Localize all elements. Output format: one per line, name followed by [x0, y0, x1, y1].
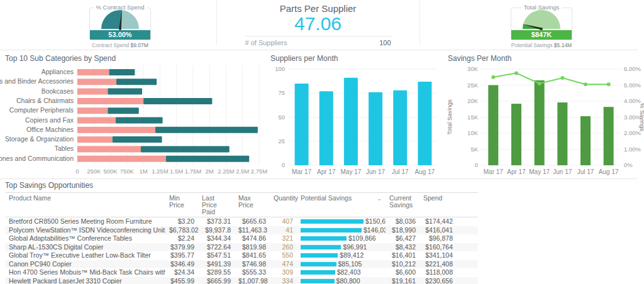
chevron-down-icon[interactable]: ⌄ [377, 195, 382, 202]
y-tick-label-left: 30K [467, 65, 479, 72]
column-header[interactable]: Last Price Paid [198, 193, 235, 217]
bar-segment-1[interactable] [77, 79, 116, 85]
x-tick-label: Mar 17 [292, 168, 312, 175]
cell-spend: $118,008 [419, 268, 457, 277]
suppliers-count-label: # of Suppliers [245, 39, 287, 46]
savings-bar[interactable] [511, 104, 521, 165]
category-label: Copiers and Fax [25, 116, 74, 124]
column-header[interactable]: Current Savings [386, 193, 419, 210]
y-tick-label: 0 [282, 161, 285, 168]
potential-savings-bar[interactable] [301, 245, 341, 249]
line-marker[interactable] [584, 82, 587, 86]
table-row[interactable]: Global Troy™ Executive Leather Low-Back … [5, 251, 478, 260]
cell-potential-savings: $85,105 [297, 260, 386, 269]
potential-savings-bar[interactable] [301, 270, 335, 275]
column-header[interactable]: Max Price [235, 193, 270, 210]
supplier-bar[interactable] [344, 78, 358, 165]
total-savings-gauge-card: Total Savings $847K Potential Savings $5… [511, 8, 572, 40]
x-tick-label: Jul 17 [577, 168, 594, 175]
savings-bar[interactable] [604, 107, 614, 165]
y-tick-label: 100 [275, 65, 285, 72]
potential-savings-bar[interactable] [301, 279, 335, 283]
bar-segment-2[interactable] [108, 89, 142, 95]
bar-segment-1[interactable] [77, 107, 108, 114]
y-tick-label-left: 25K [467, 82, 479, 89]
supplier-bar[interactable] [369, 92, 382, 165]
bar-segment-2[interactable] [109, 69, 135, 75]
bar-segment-2[interactable] [141, 146, 230, 152]
line-marker[interactable] [560, 76, 564, 80]
suppliers-chart[interactable]: 0255075100Mar 17Apr 17May 17Jun 17Jul 17… [270, 60, 441, 177]
supplier-bar[interactable] [295, 84, 309, 165]
supplier-bar[interactable] [393, 90, 407, 165]
top-savings-table: Top Savings Opportunities Product NameMi… [5, 181, 478, 284]
table-row[interactable]: Polycom ViewStation™ ISDN Videoconferenc… [5, 226, 478, 235]
bar-segment-1[interactable] [77, 156, 166, 162]
y-tick-label-right: 4.00% [624, 97, 641, 104]
cell-potential-savings: $146,032 [297, 226, 386, 235]
column-header[interactable]: Product Name [5, 193, 165, 203]
table-row[interactable]: Bretford CR8500 Series Meeting Room Furn… [5, 217, 478, 226]
cell-max-price: $819.98 [235, 243, 270, 252]
line-marker[interactable] [607, 82, 611, 86]
table-row[interactable]: Canon PC940 Copier$346.49$491.39$746.984… [5, 260, 478, 269]
bar-segment-2[interactable] [143, 98, 212, 104]
y-tick-label-left: 10K [467, 129, 479, 136]
bar-segment-2[interactable] [116, 117, 163, 124]
table-row[interactable]: Sharp AL-1530CS Digital Copier$379.99$72… [5, 243, 478, 252]
potential-savings-bar[interactable] [301, 253, 338, 258]
line-marker[interactable] [491, 75, 495, 79]
potential-savings-bar[interactable] [301, 219, 364, 224]
bar-segment-1[interactable] [77, 136, 113, 143]
contract-spend-gauge[interactable] [90, 9, 150, 30]
table-row[interactable]: Hewlett Packard LaserJet 3310 Copier$455… [5, 277, 478, 284]
subcategories-chart[interactable]: 0250K500K750K1M1.25M1.5M1.75M2M2.25M2.5M… [0, 60, 269, 177]
bar-segment-1[interactable] [77, 89, 108, 95]
y-tick-label-right: 5.00% [624, 82, 641, 89]
gauge-sector [120, 10, 139, 29]
savings-bar[interactable] [580, 116, 591, 165]
bar-segment-2[interactable] [116, 79, 157, 85]
table-row[interactable]: Global Adaptabilities™ Conference Tables… [5, 234, 478, 243]
table-row[interactable]: Hon 4700 Series Mobuis™ Mid-Back Task Ch… [5, 268, 478, 277]
potential-savings-value: $82,403 [337, 268, 361, 277]
section-separator-top [0, 50, 638, 50]
potential-savings-bar[interactable] [301, 236, 347, 241]
column-header[interactable]: Spend [419, 193, 457, 203]
cell-current-savings: $6,600 [386, 268, 419, 277]
potential-savings-bar[interactable] [301, 228, 362, 232]
bar-segment-1[interactable] [77, 127, 155, 133]
cell-min-price: $3.20 [165, 217, 198, 226]
bar-segment-2[interactable] [155, 127, 258, 133]
bar-segment-1[interactable] [77, 146, 141, 152]
cell-product-name: Polycom ViewStation™ ISDN Videoconferenc… [5, 226, 165, 235]
bar-segment-1[interactable] [77, 117, 116, 124]
cell-last-price: $9,937.8 [198, 226, 235, 235]
parts-per-supplier-kpi: Parts Per Supplier 47.06 # of Suppliers … [216, 0, 419, 49]
bar-segment-2[interactable] [113, 136, 162, 143]
category-label: Telephones and Communication [0, 155, 74, 162]
cell-min-price: $6,783.02 [165, 226, 198, 235]
bar-segment-1[interactable] [77, 98, 143, 104]
savings-line[interactable] [493, 73, 608, 84]
savings-bar[interactable] [488, 85, 498, 166]
savings-chart[interactable]: 00%5K1.00%10K2.00%15K3.00%20K4.00%25K5.0… [444, 60, 644, 177]
bar-segment-1[interactable] [77, 69, 109, 75]
potential-savings-bar[interactable] [301, 262, 336, 266]
bar-segment-2[interactable] [166, 156, 249, 162]
savings-bar[interactable] [557, 102, 567, 165]
supplier-bar[interactable] [418, 82, 431, 165]
cell-max-price: $746.98 [235, 260, 270, 269]
x-tick-label: Aug 17 [415, 168, 435, 175]
cell-max-price: $841.65 [235, 251, 270, 260]
line-marker[interactable] [514, 71, 518, 75]
column-header[interactable]: Potential Savings⌄ [297, 193, 386, 203]
bar-segment-2[interactable] [108, 107, 138, 114]
column-header[interactable]: Quantity [270, 193, 297, 203]
line-marker[interactable] [538, 82, 541, 85]
column-header[interactable]: Min Price [165, 193, 198, 210]
total-savings-gauge[interactable] [511, 9, 572, 30]
savings-bar[interactable] [535, 80, 545, 165]
supplier-bar[interactable] [319, 91, 333, 165]
cell-current-savings: $16,401 [386, 251, 419, 260]
